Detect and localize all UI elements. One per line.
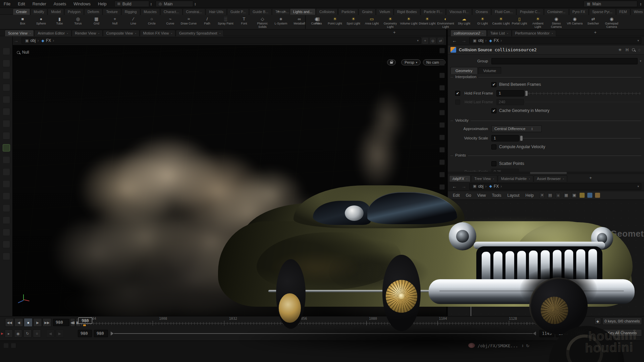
more-icon[interactable]: ◌ [638,48,641,52]
shelf-tab[interactable]: Hair Utils [206,8,227,15]
scene-spinner[interactable]: ▴▾ [195,2,196,6]
range-end-field[interactable]: 1145 [539,330,554,337]
select-arrow-icon[interactable] [3,72,10,79]
pane-tab[interactable]: Tree View ▪ [471,175,497,182]
shelf-tool[interactable]: ☀ Geometry Light [381,15,399,28]
shelf-tool[interactable]: + Null [106,15,124,25]
tempo-icon[interactable]: ○ [33,329,41,338]
hold-last-slider[interactable] [525,99,641,105]
scale-tool-icon[interactable] [3,108,10,115]
back-icon[interactable]: ← [450,184,459,189]
update-mode-select[interactable]: Auto Update ▾ [592,342,619,349]
shelf-tab[interactable]: Oceans [472,8,491,15]
snap-tool-icon[interactable] [3,132,10,139]
graph-icon[interactable]: ∿ [594,329,601,336]
shelf-tab[interactable]: Pyro FX [569,8,589,15]
shelf-tab[interactable]: Vellum [376,8,393,15]
menubar-item[interactable]: Render [29,0,50,8]
grid-snap-icon[interactable]: ▦ [564,193,569,198]
range-step-fwd-icon[interactable]: ▶ [56,329,64,338]
tab-split-marker[interactable]: ▪ [30,32,31,35]
pane-tab[interactable]: /obj/FX ▪ [449,175,471,182]
realtime-toggle-icon[interactable]: ▸ [5,329,13,338]
current-node-path[interactable]: /obj/FX/SMOKE... ▴▾ ↻ [478,342,555,349]
pane-tab[interactable]: collisionsource2 ▪ [450,30,487,36]
shelf-tool[interactable]: ◉ Gamepad Camera [602,15,621,28]
pane-tab[interactable]: Take List ▪ [487,30,512,36]
timeline-ruler[interactable]: 984100810321056108011041128 980 [82,317,571,327]
tab-split-marker[interactable]: ▪ [98,32,99,35]
stop-button[interactable]: ■ [24,318,33,327]
help-icon[interactable]: H [625,48,629,52]
pane-tab[interactable]: Render View ▪ [72,30,103,36]
view-menu-button[interactable]: Persp ▾ [401,59,421,65]
shadows-icon[interactable] [439,98,445,103]
shelf-tool[interactable]: ☀ Volume Light [399,15,418,25]
shelf-tab[interactable]: Modify [31,8,48,15]
shelf-tab[interactable]: FEM [616,8,630,15]
network-menu-item[interactable]: Tools [489,192,504,199]
shelf-tab[interactable]: Terrain... [272,8,292,15]
scene-combo[interactable]: ◎ Main [156,1,193,7]
shelf-tool[interactable]: ⇄ Switcher [584,15,602,25]
path-dropdown-icon[interactable]: ▾ [637,185,639,188]
shelf-tab[interactable]: Wires [631,8,644,15]
tab-split-marker[interactable]: ▪ [552,32,552,35]
loop-mode-icon[interactable]: ↻ [23,329,32,338]
network-tools-icon[interactable]: ✕ [539,193,545,198]
shelf-tool[interactable]: ☁ Sky Light [455,15,473,25]
pane-tab[interactable]: Scene View ▪ [5,30,34,36]
path-crumb[interactable]: ▣ obj › [24,38,40,43]
global-end-field[interactable]: 1145 [556,330,571,337]
shelf-tool[interactable]: ▦ Grid [87,15,106,25]
play-reverse-button[interactable]: ◀ [14,318,23,327]
range-step-back-icon[interactable]: ◀ [46,329,54,338]
cache-checkbox[interactable]: ✔ [491,108,496,113]
menubar-item[interactable]: Assets [50,0,70,8]
shelf-tool[interactable]: ≈ Draw Curve [179,15,198,25]
secure-selection-icon[interactable] [3,48,10,55]
notes-icon[interactable] [580,193,585,198]
sculpt-tool-icon[interactable] [3,156,10,164]
step-back-button[interactable]: ◀▮ [70,318,75,327]
shelf-tab[interactable]: Charact... [160,8,182,15]
shelf-tool[interactable]: ☀ Distant Light [418,15,436,25]
render-region-icon[interactable] [3,241,10,248]
add-pane-tab-button[interactable]: + [588,175,593,180]
shelf-tool[interactable]: ☀ Ambient Light [529,15,547,28]
forward-icon[interactable]: → [460,38,468,43]
rotate-tool-icon[interactable] [3,96,10,103]
viewport-layout-icon[interactable] [439,184,445,190]
key-all-channels-button[interactable]: Key All Channels [602,329,642,337]
flipbook-icon[interactable] [3,253,10,260]
angular-velocity-checkbox[interactable] [491,144,496,149]
pane-tab[interactable]: Material Palette ▪ [498,175,533,182]
view-pin-icon[interactable] [3,204,10,212]
playback-range-slider[interactable] [111,333,536,334]
hold-first-input[interactable]: 1 [496,90,524,97]
network-menu-item[interactable]: Edit [450,192,463,199]
jump-start-button[interactable]: ◀◀ [5,318,14,327]
path-crumbs[interactable]: ▣ obj › ◆ FX › ▾ [469,37,641,44]
play-button[interactable]: ▶ [33,318,42,327]
network-menu-item[interactable]: Help [523,192,537,199]
desktop-spinner[interactable]: ▴▾ [151,2,152,6]
pin-icon[interactable]: + [422,38,428,44]
folder-icon[interactable] [595,193,600,198]
visibility-tool-icon[interactable] [3,180,10,188]
memory-icon[interactable] [439,197,445,202]
shelf-tab[interactable]: Lights and... [290,8,316,15]
menubar-item[interactable]: File [0,0,14,8]
back-icon[interactable]: ← [450,38,459,43]
network-canvas[interactable]: Geometr blast5 attribdelete1 Hold 8 or P… [448,200,644,316]
view-lock-button[interactable] [387,59,396,65]
audio-icon[interactable]: ◉ [14,329,22,338]
snapshot-icon[interactable] [439,110,445,115]
shelf-tool[interactable]: ∗ L-System [272,15,290,25]
hold-first-enable-checkbox[interactable]: ✔ [455,91,460,96]
network-menu-item[interactable]: Go [463,192,474,199]
shelf-tool[interactable]: ○ Circle [143,15,161,25]
shelf-tab[interactable]: Container... [544,8,569,15]
shelf-tab[interactable]: Constrai... [183,8,206,15]
gear-icon[interactable]: ✳ [618,48,622,52]
